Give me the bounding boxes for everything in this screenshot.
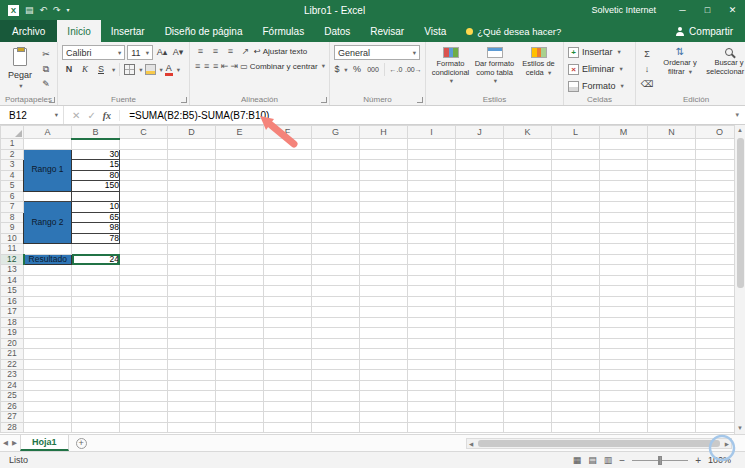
cell-K18[interactable] [504, 317, 552, 328]
cell-F14[interactable] [264, 275, 312, 286]
cell-G26[interactable] [312, 401, 360, 412]
cell-E16[interactable] [216, 296, 264, 307]
expand-formula-bar-icon[interactable]: ▾ [735, 111, 745, 119]
cell-B9[interactable]: 98 [72, 223, 120, 234]
cell-N14[interactable] [648, 275, 696, 286]
cell-B17[interactable] [72, 307, 120, 318]
underline-button[interactable]: S [94, 63, 108, 76]
cell-I9[interactable] [408, 223, 456, 234]
wrap-text-button[interactable]: ↩Ajustar texto [254, 47, 307, 56]
cell-L15[interactable] [552, 286, 600, 297]
cell-L22[interactable] [552, 359, 600, 370]
cell-A2[interactable]: Rango 1 [24, 149, 72, 191]
clear-button[interactable]: ⌫ [640, 78, 654, 91]
cell-I25[interactable] [408, 391, 456, 402]
zoom-level-label[interactable]: 100% [708, 455, 731, 465]
cell-G4[interactable] [312, 170, 360, 181]
cell-G7[interactable] [312, 202, 360, 213]
cell-D3[interactable] [168, 160, 216, 171]
cell-E28[interactable] [216, 422, 264, 433]
share-button[interactable]: Compartir [663, 20, 745, 42]
cell-G18[interactable] [312, 317, 360, 328]
cell-H19[interactable] [360, 328, 408, 339]
cell-H8[interactable] [360, 212, 408, 223]
cell-G14[interactable] [312, 275, 360, 286]
redo-icon[interactable]: ↷ [53, 0, 61, 20]
cell-H27[interactable] [360, 412, 408, 423]
cell-M19[interactable] [600, 328, 648, 339]
column-header-A[interactable]: A [24, 126, 72, 139]
qat-customize-caret-icon[interactable]: ▾ [67, 0, 70, 20]
cell-L3[interactable] [552, 160, 600, 171]
column-header-I[interactable]: I [408, 126, 456, 139]
cell-C8[interactable] [120, 212, 168, 223]
cell-D22[interactable] [168, 359, 216, 370]
tab-revisar[interactable]: Revisar [360, 20, 414, 42]
cell-B6[interactable] [72, 191, 120, 202]
cell-G21[interactable] [312, 349, 360, 360]
cell-N11[interactable] [648, 244, 696, 255]
cell-N22[interactable] [648, 359, 696, 370]
cell-N1[interactable] [648, 139, 696, 150]
percent-style-button[interactable]: % [350, 63, 364, 76]
caret-down-icon[interactable]: ▾ [160, 66, 163, 74]
cell-F10[interactable] [264, 233, 312, 244]
scroll-up-icon[interactable]: ▲ [737, 125, 743, 136]
cell-I26[interactable] [408, 401, 456, 412]
cell-C23[interactable] [120, 370, 168, 381]
fill-button[interactable]: ↓ [640, 63, 654, 76]
cell-C13[interactable] [120, 265, 168, 276]
row-header-2[interactable]: 2 [1, 149, 24, 160]
cell-C7[interactable] [120, 202, 168, 213]
cell-E17[interactable] [216, 307, 264, 318]
cell-K23[interactable] [504, 370, 552, 381]
cell-L5[interactable] [552, 181, 600, 192]
cell-styles-button[interactable]: Estilos de celda ▾ [518, 45, 559, 93]
cell-M10[interactable] [600, 233, 648, 244]
column-header-G[interactable]: G [312, 126, 360, 139]
row-header-8[interactable]: 8 [1, 212, 24, 223]
cell-J25[interactable] [456, 391, 504, 402]
cell-B22[interactable] [72, 359, 120, 370]
cell-C3[interactable] [120, 160, 168, 171]
tab-vista[interactable]: Vista [414, 20, 456, 42]
cell-L14[interactable] [552, 275, 600, 286]
row-header-22[interactable]: 22 [1, 359, 24, 370]
cell-B3[interactable]: 15 [72, 160, 120, 171]
cell-I24[interactable] [408, 380, 456, 391]
cell-D23[interactable] [168, 370, 216, 381]
cell-I14[interactable] [408, 275, 456, 286]
cell-D13[interactable] [168, 265, 216, 276]
cell-A7[interactable]: Rango 2 [24, 202, 72, 244]
decrease-font-size-button[interactable]: A▾ [171, 46, 185, 59]
cell-J9[interactable] [456, 223, 504, 234]
cell-I13[interactable] [408, 265, 456, 276]
cell-C4[interactable] [120, 170, 168, 181]
cell-E7[interactable] [216, 202, 264, 213]
cell-M5[interactable] [600, 181, 648, 192]
cell-M3[interactable] [600, 160, 648, 171]
cell-G10[interactable] [312, 233, 360, 244]
row-header-10[interactable]: 10 [1, 233, 24, 244]
cell-J15[interactable] [456, 286, 504, 297]
cell-F27[interactable] [264, 412, 312, 423]
cell-C12[interactable] [120, 254, 168, 265]
cell-I15[interactable] [408, 286, 456, 297]
cell-E5[interactable] [216, 181, 264, 192]
zoom-slider[interactable] [632, 456, 688, 465]
tab-inicio[interactable]: Inicio [57, 20, 100, 42]
scroll-right-icon[interactable]: ▶ [723, 441, 731, 447]
cell-D16[interactable] [168, 296, 216, 307]
cell-E1[interactable] [216, 139, 264, 150]
fill-color-button[interactable] [145, 64, 156, 75]
cell-I8[interactable] [408, 212, 456, 223]
cell-F22[interactable] [264, 359, 312, 370]
cell-M11[interactable] [600, 244, 648, 255]
cell-J7[interactable] [456, 202, 504, 213]
cell-A18[interactable] [24, 317, 72, 328]
cell-K17[interactable] [504, 307, 552, 318]
cell-K12[interactable] [504, 254, 552, 265]
cell-I23[interactable] [408, 370, 456, 381]
cell-G11[interactable] [312, 244, 360, 255]
cell-B7[interactable]: 10 [72, 202, 120, 213]
